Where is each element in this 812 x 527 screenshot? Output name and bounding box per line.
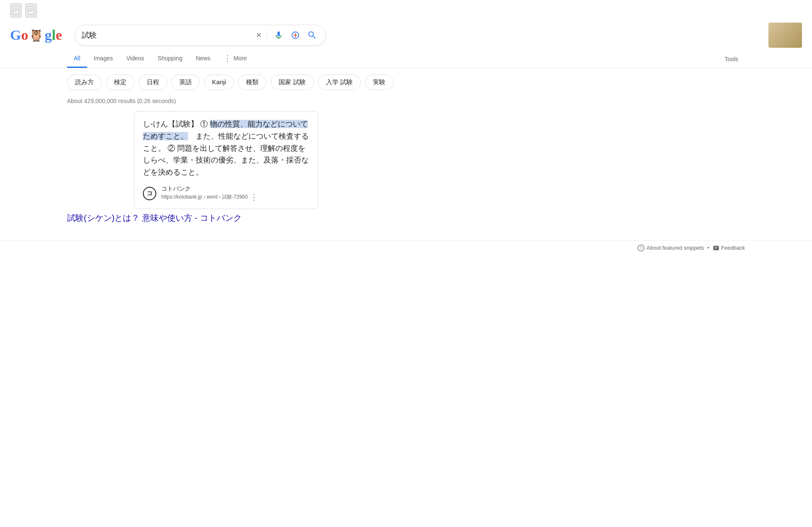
nav-shopping[interactable]: Shopping bbox=[151, 50, 189, 68]
svg-rect-0 bbox=[13, 7, 19, 14]
snippet-text-part1: し‐けん【試験】 ① bbox=[143, 120, 210, 128]
nav-videos[interactable]: Videos bbox=[119, 50, 151, 68]
source-url: https://kotobank.jp › word › 試験-72960 ⋮ bbox=[161, 193, 258, 202]
svg-point-10 bbox=[295, 33, 296, 34]
logo-l: l bbox=[52, 27, 55, 43]
search-submit-button[interactable] bbox=[305, 28, 319, 42]
feedback-label: Feedback bbox=[721, 245, 745, 251]
search-input[interactable]: 試験 bbox=[82, 31, 253, 40]
logo-doodle-icon: 🦉 bbox=[29, 28, 44, 42]
nav-more[interactable]: ⋮ More bbox=[217, 49, 253, 68]
google-logo[interactable]: G o 🦉 g l e bbox=[10, 27, 62, 43]
chips-row: 読み方 検定 日程 英語 Kanji 種類 国家 試験 入学 試験 実験 bbox=[0, 69, 812, 96]
logo-o1: o bbox=[21, 27, 28, 43]
chip-shurui[interactable]: 種類 bbox=[238, 75, 266, 90]
chip-kanji[interactable]: Kanji bbox=[204, 75, 234, 90]
search-box: 試験 × bbox=[75, 25, 326, 46]
lens-search-button[interactable] bbox=[289, 28, 302, 42]
chip-nittei[interactable]: 日程 bbox=[139, 75, 167, 90]
featured-snippet-container: し‐けん【試験】 ① 物の性質、能力などについてためすこと。 また、性能などにつ… bbox=[67, 111, 385, 209]
snippet-text: し‐けん【試験】 ① 物の性質、能力などについてためすこと。 また、性能などにつ… bbox=[143, 118, 310, 178]
chip-yomikata[interactable]: 読み方 bbox=[67, 75, 102, 90]
chip-nyugaku[interactable]: 入学 試験 bbox=[318, 75, 361, 90]
document-icon-2 bbox=[25, 3, 37, 18]
result-title-link[interactable]: 試験(シケン)とは？ 意味や使い方 - コトバンク bbox=[67, 212, 377, 224]
logo-g: G bbox=[10, 27, 21, 43]
svg-point-8 bbox=[293, 35, 294, 36]
chip-eigo[interactable]: 英語 bbox=[171, 75, 200, 90]
footer-separator: • bbox=[707, 245, 709, 251]
about-snippets-label: About featured snippets bbox=[646, 245, 704, 251]
nav-all[interactable]: All bbox=[67, 50, 87, 68]
source-menu-dots[interactable]: ⋮ bbox=[250, 193, 258, 202]
clear-button[interactable]: × bbox=[256, 30, 261, 41]
info-circle-icon: ? bbox=[637, 244, 645, 252]
svg-rect-4 bbox=[28, 7, 34, 14]
feedback-button[interactable]: Feedback bbox=[713, 245, 745, 251]
document-icon-1 bbox=[10, 3, 22, 18]
nav-tools[interactable]: Tools bbox=[718, 51, 745, 67]
more-dots-icon: ⋮ bbox=[224, 54, 232, 62]
feedback-icon bbox=[713, 245, 719, 251]
snippet-footer: ? About featured snippets • Feedback bbox=[0, 240, 812, 252]
logo-g2: g bbox=[44, 27, 52, 43]
header-image-area bbox=[768, 23, 802, 48]
svg-rect-14 bbox=[713, 246, 719, 251]
svg-text:?: ? bbox=[640, 245, 642, 251]
logo-e: e bbox=[56, 27, 62, 43]
nav-news[interactable]: News bbox=[189, 50, 217, 68]
chip-kokka[interactable]: 国家 試験 bbox=[271, 75, 313, 90]
chip-jikken[interactable]: 実験 bbox=[365, 75, 393, 90]
nav-images[interactable]: Images bbox=[87, 50, 120, 68]
voice-search-button[interactable] bbox=[272, 28, 285, 42]
nav-bar: All Images Videos Shopping News ⋮ More T… bbox=[0, 49, 812, 69]
source-name[interactable]: コトバンク bbox=[161, 185, 258, 193]
about-featured-snippets[interactable]: ? About featured snippets bbox=[637, 244, 704, 252]
results-count: About 429,000,000 results (0.26 seconds) bbox=[0, 96, 812, 111]
source-row: コ コトバンク https://kotobank.jp › word › 試験-… bbox=[143, 185, 310, 202]
svg-point-9 bbox=[297, 35, 297, 36]
chip-kentei[interactable]: 検定 bbox=[106, 75, 134, 90]
source-info: コトバンク https://kotobank.jp › word › 試験-72… bbox=[161, 185, 258, 202]
svg-point-11 bbox=[295, 36, 296, 37]
search-divider bbox=[266, 30, 267, 40]
source-favicon: コ bbox=[143, 187, 156, 200]
featured-snippet: し‐けん【試験】 ① 物の性質、能力などについてためすこと。 また、性能などにつ… bbox=[134, 111, 318, 209]
header: G o 🦉 g l e 試験 × bbox=[0, 18, 812, 48]
